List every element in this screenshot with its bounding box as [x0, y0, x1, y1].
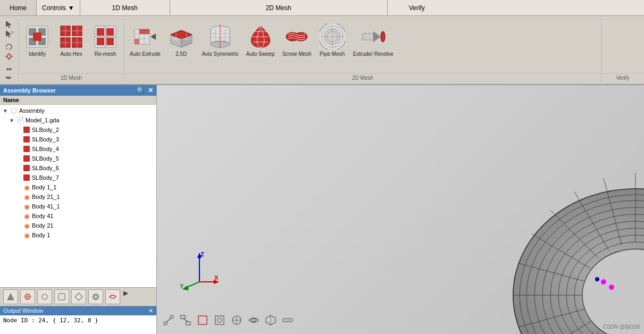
btn-extruderevolve-label: Extrude/ Revolve [353, 51, 394, 57]
svg-point-147 [609, 285, 614, 290]
svg-rect-162 [181, 315, 185, 319]
close-panel-icon[interactable]: ✕ [148, 87, 153, 94]
body21-icon: ◉ [22, 221, 31, 230]
select-tool[interactable] [2, 20, 16, 29]
btn-2d5[interactable]: 2.5D [165, 21, 198, 60]
btn-screwmesh[interactable]: Screw Mesh [279, 21, 315, 60]
tab-controls[interactable]: Controls ▼ [37, 0, 80, 15]
svg-marker-54 [150, 34, 156, 40]
btn-bottom-3[interactable] [37, 289, 52, 304]
btn-autoextrude[interactable]: Auto Extrude [127, 21, 164, 60]
body11-icon: ◉ [22, 183, 31, 191]
tree-item-slbody5[interactable]: SLBody_5 [0, 154, 156, 163]
btn-bottom-4[interactable] [54, 289, 69, 304]
btn-autosweep[interactable]: Auto Sweep [243, 21, 278, 60]
tree-item-body21[interactable]: ◉ Body 21 [0, 221, 156, 230]
btn-axissymmetric-label: Axis Symmetric [202, 51, 239, 57]
btn-bottom-7[interactable] [105, 289, 120, 304]
btn-pipemesh[interactable]: Pipe Mesh [316, 21, 349, 60]
svg-rect-102 [58, 294, 65, 300]
vp-btn-extra[interactable] [280, 313, 295, 328]
tree-label-slbody6: SLBody_6 [32, 165, 59, 171]
tree-item-slbody3[interactable]: SLBody_3 [0, 135, 156, 144]
viewport[interactable]: Z X Y [157, 85, 644, 334]
svg-text:Y: Y [180, 283, 184, 289]
svg-marker-85 [373, 31, 381, 42]
left-panel: Assembly Browser 🔍 ✕ Name ▼ ⬡ Assembly ▼… [0, 85, 157, 334]
viewport-bg: Z X Y [157, 85, 644, 334]
svg-line-164 [183, 319, 188, 322]
main-layout: Assembly Browser 🔍 ✕ Name ▼ ⬡ Assembly ▼… [0, 85, 644, 334]
zoom-tool[interactable] [2, 74, 16, 83]
btn-bottom-6[interactable] [88, 289, 103, 304]
vp-btn-3d[interactable] [263, 313, 278, 328]
vp-btn-loop[interactable] [212, 313, 227, 328]
tree-item-slbody2[interactable]: SLBody_2 [0, 125, 156, 135]
pan-tool[interactable] [2, 65, 16, 73]
tree-label-body41: Body 41 [32, 213, 53, 219]
side-toolbar [0, 18, 19, 82]
svg-point-146 [601, 279, 606, 285]
tree-label-slbody7: SLBody_7 [32, 174, 59, 181]
svg-point-167 [218, 318, 222, 322]
btn-extruderevolve[interactable]: Extrude/ Revolve [350, 21, 397, 60]
tree-item-slbody4[interactable]: SLBody_4 [0, 144, 156, 154]
svg-rect-51 [139, 29, 144, 34]
tree-item-body411[interactable]: ◉ Body 41_1 [0, 202, 156, 211]
btn-axissymmetric[interactable]: Axis Symmetric [199, 21, 242, 60]
btn-bottom-1[interactable] [3, 289, 18, 304]
tree-label-body211: Body 21_1 [32, 194, 60, 200]
section-2d-mesh: Auto Extrude [124, 18, 601, 82]
btn-autohex[interactable]: Auto Hex [55, 21, 88, 60]
tree-item-body11[interactable]: ◉ Body 1_1 [0, 182, 156, 192]
svg-rect-92 [23, 127, 30, 133]
rotate-tool[interactable] [2, 43, 16, 51]
model-icon: 📄 [16, 116, 24, 124]
vp-btn-select[interactable] [195, 313, 210, 328]
tree-item-model1[interactable]: ▼ 📄 Model_1.gda [0, 115, 156, 125]
search-icon[interactable]: 🔍 [137, 87, 145, 94]
tree-item-slbody7[interactable]: SLBody_7 [0, 173, 156, 182]
output-title: Output Window [3, 307, 43, 314]
btn-remesh[interactable]: Re-mesh [89, 21, 122, 60]
tree-item-body211[interactable]: ◉ Body 21_1 [0, 192, 156, 202]
toggle-model1[interactable]: ▼ [9, 118, 15, 123]
svg-text:Z: Z [200, 251, 204, 257]
svg-rect-42 [97, 38, 104, 45]
tree-item-assembly[interactable]: ▼ ⬡ Assembly [0, 106, 156, 115]
tree-label-body411: Body 41_1 [32, 203, 60, 210]
output-text: Node ID : 24, { 12, 32, 0 } [3, 317, 98, 324]
btn-bottom-5[interactable] [71, 289, 86, 304]
tree-label-body1: Body 1 [32, 232, 50, 238]
tab-home[interactable]: Home [0, 0, 37, 15]
tree-item-body41[interactable]: ◉ Body 41 [0, 211, 156, 221]
arrow-right-tool[interactable] [2, 30, 16, 38]
svg-rect-163 [186, 322, 190, 325]
assembly-icon: ⬡ [10, 106, 18, 115]
vp-btn-eye[interactable] [246, 313, 261, 328]
move-tool[interactable] [2, 52, 16, 61]
slbody2-icon [22, 126, 31, 134]
btn-identify[interactable]: Identify [21, 21, 54, 60]
column-header: Name [0, 96, 156, 105]
expand-arrow[interactable]: ▶ [122, 289, 129, 304]
body411-icon: ◉ [22, 202, 31, 211]
top-bar: Home Controls ▼ 1D Mesh 2D Mesh Verify [0, 0, 644, 16]
vp-btn-fit[interactable] [178, 313, 193, 328]
svg-rect-96 [23, 165, 30, 171]
vp-btn-node[interactable] [161, 313, 176, 328]
svg-rect-52 [144, 29, 149, 34]
slbody5-icon [22, 154, 31, 163]
tree-item-body1[interactable]: ◉ Body 1 [0, 230, 156, 240]
slbody4-icon [22, 145, 31, 153]
btn-remesh-label: Re-mesh [95, 51, 116, 57]
svg-rect-41 [106, 28, 114, 36]
section-verify-label: Verify [388, 0, 446, 15]
tree-item-slbody6[interactable]: SLBody_6 [0, 163, 156, 173]
toggle-assembly[interactable]: ▼ [2, 108, 9, 114]
output-close-icon[interactable]: ✕ [148, 307, 153, 314]
viewport-toolbar-bottom [157, 311, 299, 330]
btn-bottom-2[interactable] [20, 289, 35, 304]
svg-marker-103 [75, 293, 82, 300]
vp-btn-mesh[interactable] [229, 313, 244, 328]
